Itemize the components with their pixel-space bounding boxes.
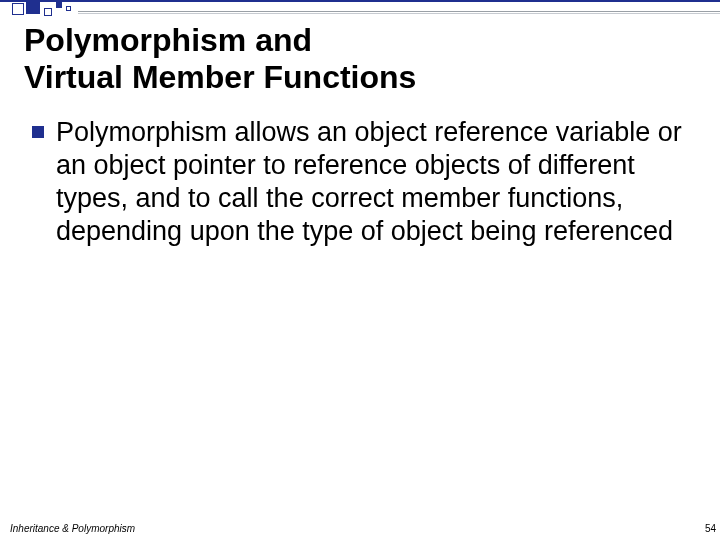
top-bar [0, 0, 720, 2]
slide-title: Polymorphism and Virtual Member Function… [24, 22, 416, 96]
divider-line [78, 11, 720, 12]
title-line: Virtual Member Functions [24, 59, 416, 96]
square-outline-icon [44, 8, 52, 16]
title-line: Polymorphism and [24, 22, 416, 59]
square-outline-icon [12, 3, 24, 15]
square-icon [26, 0, 40, 14]
square-icon [56, 2, 62, 8]
header-decoration [0, 0, 720, 18]
slide-content: Polymorphism allows an object reference … [32, 116, 692, 248]
body-text: Polymorphism allows an object reference … [56, 116, 692, 248]
bullet-square-icon [32, 126, 44, 138]
divider-line [78, 13, 720, 14]
bullet-item: Polymorphism allows an object reference … [32, 116, 692, 248]
square-outline-icon [66, 6, 71, 11]
slide-number: 54 [705, 523, 716, 534]
footer-topic: Inheritance & Polymorphism [10, 523, 135, 534]
